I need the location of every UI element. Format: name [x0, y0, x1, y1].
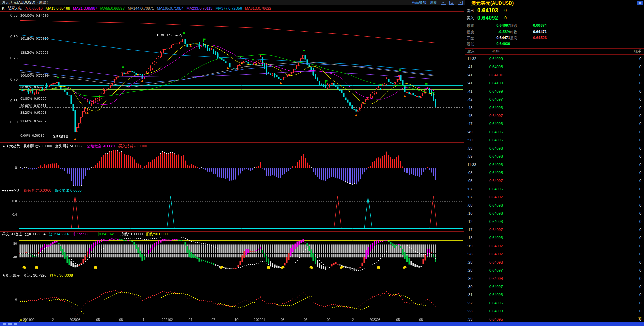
tick-price: 0.64096	[484, 106, 508, 110]
tick-time: :41	[465, 89, 484, 93]
quote-label: 最低	[467, 42, 478, 47]
tick-row: :410.640990	[465, 87, 644, 95]
tick-time: :30	[465, 285, 484, 289]
close-icon[interactable]: ✕	[458, 1, 463, 5]
ma-value: MA55:0.66597	[100, 6, 125, 11]
title-bar-actions: 商品叠加 周期 ≡ ▢ ✕	[412, 0, 463, 5]
tick-row: :450.640970	[465, 112, 644, 120]
tick-row: :180.640960	[465, 234, 644, 242]
tick-volume: 0	[639, 89, 644, 93]
note-icon[interactable]: 签	[638, 315, 642, 322]
tick-row: :470.640960	[465, 120, 644, 128]
x-axis-label: 09	[327, 318, 330, 322]
tick-price: 0.64096	[484, 211, 508, 215]
tick-price: 0.64098	[484, 276, 508, 281]
tick-row: :280.640970	[465, 266, 644, 274]
tick-volume: 0	[639, 154, 644, 158]
tick-time: :17	[465, 228, 484, 232]
period-link[interactable]: 周期	[430, 0, 437, 5]
tick-time: 11:32	[465, 57, 484, 61]
tick-volume: 0	[639, 211, 644, 215]
bid-label: 买入	[467, 16, 477, 21]
tick-price: 0.64097	[484, 179, 508, 183]
tick-time: :08	[465, 203, 484, 207]
tick-volume: 0	[639, 195, 644, 199]
tick-volume: 0	[639, 171, 644, 175]
quote-label: 涨跌	[510, 23, 522, 28]
tick-price: 0.64098	[484, 65, 508, 69]
tick-volume: 0	[639, 122, 644, 126]
chart-area: ▲★大趋势获利回吐:-0.0000空头回补:-0.0068坚绝做空:-0.008…	[0, 11, 465, 322]
tick-price: 0.64097	[484, 252, 508, 256]
symbol-title-row: 澳元美元(AUDUSD)	[465, 0, 644, 7]
tick-row: :170.640970	[465, 226, 644, 234]
tick-volume: 0	[639, 57, 644, 61]
tick-time: :53	[465, 146, 484, 150]
tick-price: 0.64097	[484, 195, 508, 199]
tick-price: 0.64100	[484, 81, 508, 85]
tick-price: 0.64097	[484, 228, 508, 232]
overlay-link[interactable]: 商品叠加	[412, 0, 427, 5]
title-bar: 澳元美元(AUDUSD)〈周线〉 商品叠加 周期 ≡ ▢ ✕	[0, 0, 465, 5]
tick-price: 0.64096	[484, 154, 508, 158]
tick-volume: 0	[639, 179, 644, 183]
tick-volume: 0	[639, 130, 644, 134]
main-row: 澳元美元(AUDUSD)〈周线〉 商品叠加 周期 ≡ ▢ ✕ K胡家刀法A:0.…	[0, 0, 644, 322]
ma-value: MA165:0.71084	[157, 6, 184, 11]
tick-time: :07	[465, 187, 484, 191]
tick-volume: 0	[639, 81, 644, 85]
tick-time: :50	[465, 138, 484, 142]
quote-value: 0.64097	[478, 23, 510, 28]
ask-row: 卖出 0.64103 0	[465, 7, 550, 14]
tick-volume: 0	[639, 106, 644, 110]
symbol-title: 澳元美元(AUDUSD)	[471, 0, 514, 6]
tick-row: :070.640960	[465, 185, 644, 193]
tick-time: :41	[465, 81, 484, 85]
tick-time: 11:33	[465, 162, 484, 167]
quote-label: 最新	[467, 23, 478, 28]
x-axis-label: 202303	[369, 318, 380, 322]
tick-price: 0.64096	[484, 138, 508, 142]
tick-time: :41	[465, 65, 484, 69]
tick-price: 0.64097	[484, 97, 508, 101]
tick-volume: 0	[639, 219, 644, 224]
tick-time: :28	[465, 260, 484, 264]
tick-row: :430.640960	[465, 103, 644, 112]
tick-time: :42	[465, 97, 484, 101]
tick-time: :33	[465, 317, 484, 321]
status-bar	[0, 322, 644, 326]
tick-volume: 0	[639, 236, 644, 240]
chart-canvas[interactable]	[0, 11, 465, 322]
tick-row: :330.640950	[465, 315, 644, 322]
tick-volume: 0	[639, 203, 644, 207]
tick-row: :410.640980	[465, 63, 644, 71]
tick-price: 0.64096	[484, 122, 508, 126]
ma-value: MA13:0.65468	[46, 6, 70, 11]
tick-time: :32	[465, 301, 484, 305]
x-axis-label: 12	[50, 318, 54, 322]
tick-time: :47	[465, 122, 484, 126]
status-mark	[8, 323, 12, 325]
quote-label: 幅度	[467, 30, 478, 35]
tick-price: 0.64099	[484, 89, 508, 93]
menu-icon[interactable]: ≡	[441, 1, 446, 5]
tick-time: :07	[465, 195, 484, 199]
tick-price: 0.64095	[484, 301, 508, 305]
tick-time: :49	[465, 130, 484, 134]
tick-price: 0.64096	[484, 236, 508, 240]
maximize-icon[interactable]: ▢	[449, 1, 454, 5]
tick-time: :28	[465, 252, 484, 256]
tick-list[interactable]: 11:320.640990:410.640980:410.641010:410.…	[465, 55, 644, 322]
ma-value: MA377:0.72056	[215, 6, 242, 11]
corner-app-icon[interactable]: ▤	[637, 1, 643, 5]
tick-header-volume: 现手	[634, 49, 644, 54]
x-axis-label: 202003	[69, 318, 80, 322]
tick-volume: 0	[639, 138, 644, 142]
bid-row: 买入 0.64092 0	[465, 14, 550, 22]
ask-label: 卖出	[467, 8, 477, 13]
tick-row: :320.640950	[465, 299, 644, 307]
x-axis-label: 11	[143, 318, 146, 322]
tick-row: :300.640970	[465, 283, 644, 291]
tick-row: :500.640960	[465, 136, 644, 144]
tick-header-time: 北京	[465, 49, 484, 54]
